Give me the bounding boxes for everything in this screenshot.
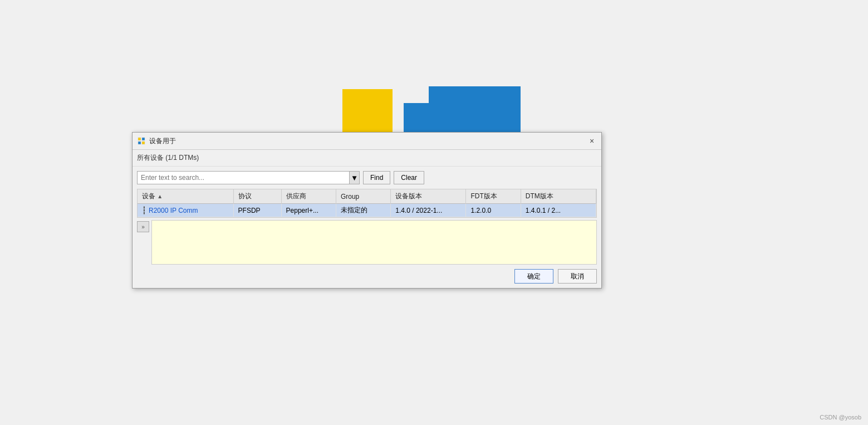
svg-rect-1: [142, 138, 145, 140]
cell-fdt-version: 1.2.0.0: [466, 204, 521, 217]
search-dropdown-button[interactable]: ▼: [349, 172, 359, 184]
col-header-fdt-version[interactable]: FDT版本: [466, 189, 521, 204]
svg-rect-0: [138, 138, 141, 140]
col-header-group[interactable]: Group: [336, 189, 390, 204]
device-table: 设备 ▲ 协议 供应商 Group 设备版本 FDT版本 DTM版本 ┇ R20…: [138, 189, 596, 217]
device-cell-content: ┇ R2000 IP Comm: [142, 206, 198, 214]
cell-dtm-version: 1.4.0.1 / 2...: [521, 204, 596, 217]
watermark-text: CSDN @yosob: [820, 414, 861, 421]
cell-vendor: Pepperl+...: [281, 204, 336, 217]
dialog-title: 设备用于: [149, 136, 176, 146]
clear-button[interactable]: Clear: [394, 171, 424, 184]
dialog-footer: 确定 取消: [133, 265, 601, 288]
bg-yellow-shape: [342, 89, 393, 134]
device-table-container: 设备 ▲ 协议 供应商 Group 设备版本 FDT版本 DTM版本 ┇ R20…: [137, 189, 597, 218]
dialog-subtitle: 所有设备 (1/1 DTMs): [133, 150, 601, 167]
col-header-protocol[interactable]: 协议: [233, 189, 281, 204]
sort-arrow-icon: ▲: [157, 193, 163, 199]
col-header-device[interactable]: 设备 ▲: [138, 189, 233, 204]
info-panel: [151, 220, 597, 265]
search-input[interactable]: [138, 173, 349, 183]
cell-device-version: 1.4.0 / 2022-1...: [391, 204, 466, 217]
col-header-device-version[interactable]: 设备版本: [391, 189, 466, 204]
ok-button[interactable]: 确定: [514, 269, 553, 284]
table-row[interactable]: ┇ R2000 IP Comm PFSDPPepperl+...未指定的1.4.…: [138, 204, 596, 217]
cell-protocol: PFSDP: [233, 204, 281, 217]
search-combo: ▼: [137, 171, 360, 184]
titlebar-left: 设备用于: [137, 136, 176, 146]
svg-rect-3: [142, 141, 145, 144]
cell-group: 未指定的: [336, 204, 390, 217]
expand-btn-container: »: [137, 220, 151, 265]
col-header-dtm-version[interactable]: DTM版本: [521, 189, 596, 204]
dialog-toolbar: ▼ Find Clear: [133, 167, 601, 189]
close-button[interactable]: ×: [587, 136, 597, 146]
bg-blue-shape2: [404, 103, 459, 134]
device-symbol-icon: ┇: [142, 206, 146, 214]
svg-rect-2: [138, 141, 141, 144]
dialog-icon: [137, 136, 146, 145]
device-link[interactable]: R2000 IP Comm: [149, 207, 198, 214]
find-button[interactable]: Find: [363, 171, 390, 184]
chevron-down-icon: ▼: [351, 174, 358, 182]
table-header-row: 设备 ▲ 协议 供应商 Group 设备版本 FDT版本 DTM版本: [138, 189, 596, 204]
cell-device: ┇ R2000 IP Comm: [138, 204, 233, 217]
dialog-window: 设备用于 × 所有设备 (1/1 DTMs) ▼ Find Clear 设备 ▲: [132, 132, 602, 289]
dialog-titlebar: 设备用于 ×: [133, 133, 601, 150]
expand-button[interactable]: »: [137, 221, 149, 232]
cancel-button[interactable]: 取消: [558, 269, 597, 284]
col-header-vendor[interactable]: 供应商: [281, 189, 336, 204]
dialog-bottom-panel: »: [137, 220, 597, 265]
